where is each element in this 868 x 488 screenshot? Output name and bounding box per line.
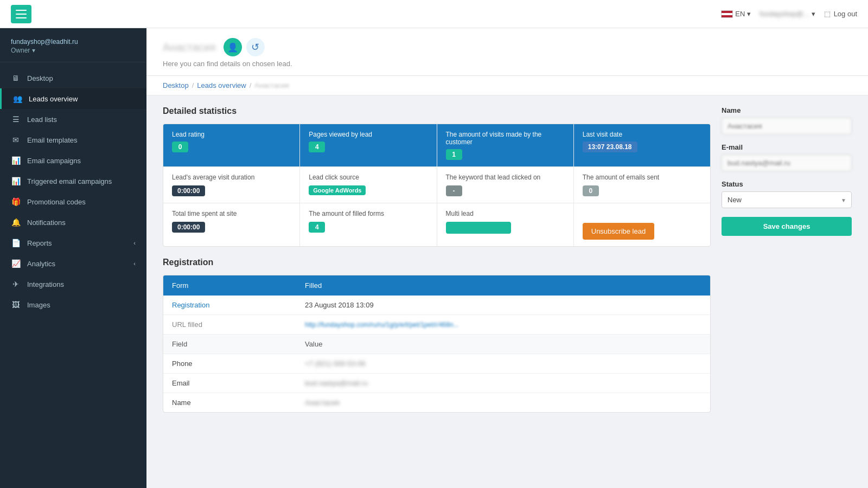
table-cell-value: bud.nastya@mail.ru [296,374,710,393]
stat-cell-lead-rating: Lead rating 0 [163,124,300,166]
stat-label: The keyword that lead clicked on [446,174,565,181]
email-field-group: E-mail [722,143,852,171]
analytics-icon: 📈 [11,259,21,268]
sidebar-item-label: Images [27,301,50,309]
page-description: Here you can find details on chosen lead… [163,60,852,68]
email-campaigns-icon: 📊 [11,156,21,165]
stats-header-row: Lead rating 0 Pages viewed by lead 4 The… [163,124,710,167]
multi-lead-bar [446,222,511,234]
stat-value: - [446,185,462,196]
sidebar-user-role[interactable]: Owner ▾ [11,47,136,54]
detailed-stats-title: Detailed statistics [163,106,711,116]
sidebar-item-analytics[interactable]: 📈 Analytics ‹ [0,253,146,274]
table-cell-value: Анастасия [296,393,710,413]
stat-value: 0 [172,142,188,152]
stat-value: 4 [309,222,325,233]
history-icon-button[interactable]: ↺ [246,38,265,56]
stat-cell-total-time: Total time spent at site 0:00:00 [163,203,300,246]
stat-cell-multi-lead: Multi lead [437,203,574,246]
language-selector[interactable]: EN ▾ [721,10,751,18]
sidebar-item-promotional-codes[interactable]: 🎁 Promotional codes [0,191,146,212]
breadcrumb: Desktop / Leads overview / Анастасия [146,76,868,95]
person-icon-button[interactable]: 👤 [224,38,242,56]
promo-icon: 🎁 [11,197,21,206]
table-cell-field: Name [163,393,296,413]
breadcrumb-separator: / [192,81,194,89]
stat-value: Google AdWords [309,185,366,195]
table-row: Name Анастасия [163,393,710,413]
status-select-wrapper: New In progress Closed Spam [722,191,852,208]
menu-button[interactable] [11,5,31,23]
stat-label: Multi lead [446,210,565,217]
table-cell-filled: 23 August 2018 13:09 [296,296,710,315]
stat-label: Pages viewed by lead [309,131,427,138]
sidebar-item-images[interactable]: 🖼 Images [0,294,146,315]
sidebar-item-integrations[interactable]: ✈ Integrations [0,274,146,294]
table-cell-value-header: Value [296,335,710,354]
sidebar-item-notifications[interactable]: 🔔 Notifications [0,212,146,233]
name-label: Name [722,106,852,114]
stat-cell-filled-forms: The amount of filled forms 4 [300,203,437,246]
flag-icon [721,10,733,18]
stat-value: 13:07 23.08.18 [583,142,637,152]
name-value: Анастасия [305,399,339,407]
breadcrumb-current: Анастасия [254,81,289,89]
registration-title: Registration [163,258,711,267]
sidebar-item-email-campaigns[interactable]: 📊 Email campaigns [0,150,146,171]
logout-button[interactable]: ⬚ Log out [824,10,857,18]
stat-cell-pages-viewed: Pages viewed by lead 4 [300,124,437,166]
chevron-left-icon: ‹ [133,240,136,246]
content-area: Detailed statistics Lead rating 0 Pages … [146,95,868,423]
registration-link[interactable]: Registration [172,301,209,309]
top-navigation: EN ▾ fundayshop@... ▾ ⬚ Log out [0,0,868,28]
save-changes-button[interactable]: Save changes [722,217,852,236]
page-header-top: Анастасия 👤 ↺ [163,38,852,56]
table-col-form: Form [163,275,296,296]
sidebar-item-lead-lists[interactable]: ☰ Lead lists [0,109,146,130]
lead-lists-icon: ☰ [11,115,21,124]
stat-cell-unsubscribe: Unsubscribe lead [574,203,710,246]
unsubscribe-button[interactable]: Unsubscribe lead [583,223,654,240]
stat-cell-keyword: The keyword that lead clicked on - [437,167,574,203]
sidebar: fundayshop@leadhit.ru Owner ▾ 🖥 Desktop … [0,28,146,488]
phone-value: +7 (921) 000-53-06 [305,359,366,368]
table-cell-field: Phone [163,354,296,374]
status-select[interactable]: New In progress Closed Spam [722,191,852,208]
topnav-left [11,5,31,23]
sidebar-user-email: fundayshop@leadhit.ru [11,38,136,46]
chevron-left-icon: ‹ [133,260,136,267]
stats-data-row-2: Lead's average visit duration 0:00:00 Le… [163,167,710,203]
sidebar-item-desktop[interactable]: 🖥 Desktop [0,68,146,88]
name-input[interactable] [722,118,852,134]
breadcrumb-desktop[interactable]: Desktop [163,81,189,89]
sidebar-item-label: Reports [27,239,52,247]
sidebar-item-email-templates[interactable]: ✉ Email templates [0,130,146,150]
email-input[interactable] [722,155,852,171]
sidebar-item-label: Lead lists [27,115,57,124]
sidebar-item-label: Analytics [27,260,55,268]
stats-grid: Lead rating 0 Pages viewed by lead 4 The… [163,124,711,247]
chevron-down-icon: ▾ [32,47,35,54]
stat-value: 1 [446,149,462,160]
images-icon: 🖼 [11,300,21,309]
stat-label: Last visit date [583,131,701,138]
table-cell-form: Registration [163,296,296,315]
sidebar-item-leads-overview[interactable]: 👥 Leads overview [0,88,146,109]
sidebar-item-label: Email templates [27,136,77,144]
table-cell-url-label: URL filled [163,315,296,335]
status-label: Status [722,180,852,188]
sidebar-item-triggered-email[interactable]: 📊 Triggered email campaigns [0,171,146,191]
stat-cell-avg-duration: Lead's average visit duration 0:00:00 [163,167,300,203]
logout-icon: ⬚ [824,10,831,18]
stat-value: 0 [583,185,599,196]
table-row: Registration 23 August 2018 13:09 [163,296,710,315]
user-menu-button[interactable]: fundayshop@... ▾ [760,10,815,18]
breadcrumb-leads-overview[interactable]: Leads overview [197,81,246,89]
stat-value: 0:00:00 [172,185,205,196]
table-row: Email bud.nastya@mail.ru [163,374,710,393]
breadcrumb-separator: / [250,81,252,89]
sidebar-item-reports[interactable]: 📄 Reports ‹ [0,233,146,253]
stat-cell-emails-sent: The amount of emails sent 0 [574,167,710,203]
sidebar-item-label: Leads overview [29,95,78,103]
sidebar-item-label: Promotional codes [27,198,86,206]
